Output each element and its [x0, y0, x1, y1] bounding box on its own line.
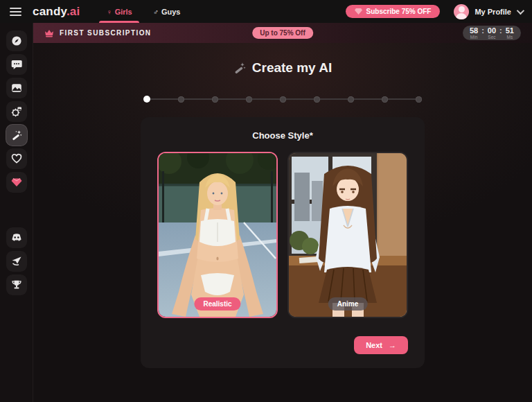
- left-sidebar: [0, 23, 33, 402]
- diamond-icon: [11, 177, 22, 188]
- style-options: Realistic: [157, 152, 408, 318]
- profile-label: My Profile: [475, 8, 511, 16]
- next-button[interactable]: Next →: [354, 336, 408, 354]
- menu-icon[interactable]: [10, 8, 21, 16]
- arrow-right-icon: →: [389, 341, 396, 349]
- timer-sec-label: Sec: [488, 35, 496, 40]
- next-button-label: Next: [366, 341, 382, 349]
- style-label-anime: Anime: [328, 297, 368, 311]
- page-title: Create my AI: [233, 60, 332, 76]
- style-label-realistic: Realistic: [194, 297, 240, 311]
- gender-tabs: ♀ Girls ♂ Guys: [106, 0, 180, 23]
- step-dot-9: [416, 96, 422, 103]
- step-dot-2: [178, 96, 184, 103]
- female-icon: ♀: [106, 8, 112, 16]
- avatar: [454, 4, 469, 19]
- sidebar-item-create-ai[interactable]: [6, 125, 27, 146]
- step-dot-7: [348, 96, 354, 103]
- subscribe-button[interactable]: Subscribe 75% OFF: [346, 5, 441, 18]
- create-wand-icon: [233, 62, 246, 74]
- banner-title: FIRST SUBSCRIPTION: [60, 29, 151, 37]
- page-title-text: Create my AI: [252, 60, 332, 76]
- timer-seconds: 00: [488, 27, 496, 35]
- sidebar-item-referral[interactable]: [6, 251, 27, 272]
- subscribe-label: Subscribe 75% OFF: [366, 8, 432, 15]
- choose-style-panel: Choose Style*: [141, 117, 425, 368]
- tab-girls-label: Girls: [115, 8, 132, 16]
- content-column: FIRST SUBSCRIPTION Up to 75% Off 58 : 00…: [33, 23, 532, 402]
- heart-icon: [11, 153, 22, 164]
- promo-banner[interactable]: FIRST SUBSCRIPTION Up to 75% Off 58 : 00…: [33, 23, 532, 43]
- timer-minutes: 58: [470, 27, 478, 35]
- discord-icon: [11, 232, 22, 243]
- top-navbar: candy.ai ♀ Girls ♂ Guys Subscribe 75% OF…: [0, 0, 532, 23]
- sidebar-item-explore[interactable]: [6, 30, 27, 51]
- sidebar-item-discord[interactable]: [6, 227, 27, 248]
- chevron-down-icon: [517, 6, 524, 14]
- section-title: Choose Style*: [157, 130, 408, 141]
- timer-min-label: Min: [470, 35, 478, 40]
- generate-image-icon: [11, 106, 22, 117]
- stepper: [143, 96, 422, 103]
- timer-ms: 51: [506, 27, 514, 35]
- style-card-anime[interactable]: Anime: [287, 152, 408, 318]
- sidebar-item-generate-image[interactable]: [6, 101, 27, 122]
- step-dot-4: [246, 96, 252, 103]
- countdown-timer: 58 : 00 : 51 Min Sec Ms: [463, 26, 521, 41]
- sidebar-item-gallery[interactable]: [6, 78, 27, 98]
- sidebar-item-my-collection[interactable]: [6, 148, 27, 169]
- magic-wand-icon: [11, 130, 22, 141]
- offer-pill: Up to 75% Off: [252, 27, 313, 39]
- step-dot-5: [280, 96, 286, 103]
- logo-candy: candy: [33, 5, 66, 18]
- timer-ms-label: Ms: [506, 35, 514, 40]
- referral-icon: [11, 256, 22, 267]
- style-card-realistic[interactable]: Realistic: [157, 152, 278, 318]
- gem-icon: [355, 8, 362, 15]
- chat-bubble-icon: [11, 59, 22, 70]
- tab-guys-label: Guys: [161, 8, 181, 16]
- main-area: Create my AI Choose Style*: [33, 43, 532, 402]
- compass-icon: [11, 35, 22, 46]
- step-dot-8: [382, 96, 388, 103]
- step-dot-3: [212, 96, 218, 103]
- step-dot-1: [143, 96, 150, 103]
- step-dot-6: [314, 96, 320, 103]
- male-icon: ♂: [153, 8, 159, 16]
- tab-guys[interactable]: ♂ Guys: [153, 0, 181, 23]
- sidebar-item-rewards[interactable]: [6, 274, 27, 295]
- realistic-preview-image: [159, 153, 276, 317]
- tab-girls[interactable]: ♀ Girls: [106, 0, 132, 23]
- trophy-icon: [11, 279, 22, 290]
- candy-ai-app: candy.ai ♀ Girls ♂ Guys Subscribe 75% OF…: [0, 0, 532, 402]
- logo[interactable]: candy.ai: [33, 5, 80, 19]
- gallery-icon: [11, 82, 22, 94]
- sidebar-item-chat[interactable]: [6, 54, 27, 75]
- crown-icon: [44, 29, 54, 37]
- sidebar-item-premium[interactable]: [6, 172, 27, 193]
- profile-menu[interactable]: My Profile: [454, 4, 522, 19]
- logo-ai: .ai: [66, 5, 80, 18]
- anime-preview-image: [289, 153, 407, 317]
